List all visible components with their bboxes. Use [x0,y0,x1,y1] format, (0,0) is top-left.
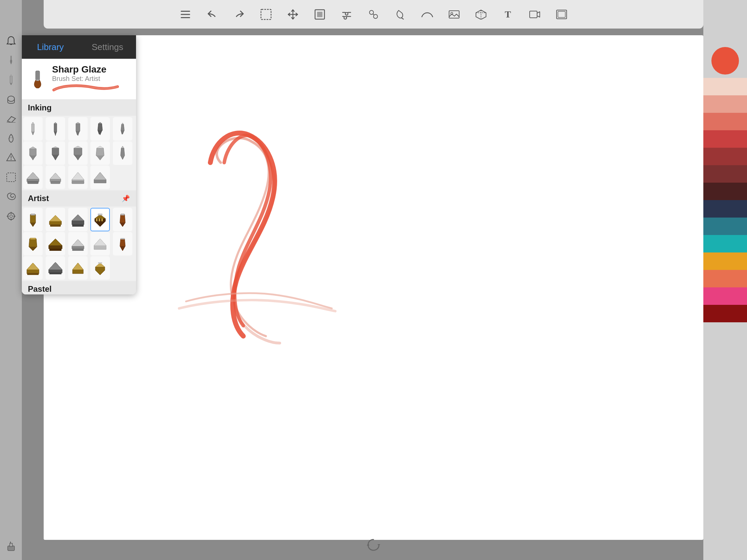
brush-item[interactable] [23,256,43,280]
brush-item[interactable] [68,256,88,280]
eraser-tool[interactable] [4,111,19,126]
brush-item[interactable] [23,165,43,189]
curve-button[interactable] [418,6,436,23]
brush-set-label: Brush Set: Artist [52,75,119,83]
svg-rect-9 [449,11,459,18]
brush-item[interactable] [46,141,65,165]
color-swatch-2[interactable] [703,95,747,113]
brush-item[interactable] [46,117,65,141]
transform-button[interactable] [311,6,329,23]
svg-rect-44 [98,262,102,264]
video-button[interactable] [526,6,543,23]
color-swatch-6[interactable] [703,165,747,183]
brush-item[interactable] [68,117,88,141]
brush-item[interactable] [91,117,110,141]
adjustments-tool[interactable] [4,151,19,165]
paintbrush-tool[interactable] [4,53,19,68]
color-swatch-14[interactable] [703,305,747,322]
canvas-area[interactable] [44,35,703,540]
3d-button[interactable] [472,6,490,23]
brush-item[interactable] [23,117,43,141]
section-header-pastel: Pastel [22,281,136,294]
svg-rect-41 [121,238,125,239]
redo-button[interactable] [230,6,248,23]
color-swatch-7[interactable] [703,183,747,200]
svg-rect-37 [121,214,124,215]
brush-grid-container[interactable]: Inking [22,100,136,294]
svg-rect-5 [317,12,323,17]
brush-item[interactable] [68,232,88,256]
color-swatch-13[interactable] [703,287,747,305]
brush-item[interactable] [68,208,88,231]
undo-button[interactable] [204,6,221,23]
svg-rect-1 [181,14,190,15]
brush-header: Sharp Glaze Brush Set: Artist [22,59,136,100]
brush-icon [29,70,47,88]
canvas-button[interactable] [553,6,570,23]
pencil-tool[interactable] [4,73,19,87]
select-button[interactable] [257,6,275,23]
brush-item-selected[interactable] [91,208,110,231]
brush-item[interactable] [46,208,65,231]
svg-rect-34 [50,224,61,226]
color-swatch-11[interactable] [703,252,747,270]
brush-item[interactable] [23,141,43,165]
clone-button[interactable] [365,6,382,23]
pin-icon[interactable]: 📌 [122,194,130,203]
svg-rect-40 [72,249,84,251]
smudge-tool[interactable] [4,131,19,146]
brush-item[interactable] [46,165,65,189]
svg-point-18 [10,159,11,160]
menu-button[interactable] [177,6,194,23]
brush-item[interactable] [23,232,43,256]
svg-rect-32 [72,182,84,184]
move-button[interactable] [284,6,302,23]
brush-item[interactable] [91,141,110,165]
brush-item[interactable] [46,232,65,256]
color-swatch-8[interactable] [703,200,747,218]
brush-item[interactable] [113,208,132,231]
brush-item[interactable] [113,232,132,256]
selection-tool[interactable] [4,170,19,185]
sync-button[interactable] [362,533,385,557]
brush-item[interactable] [91,165,110,189]
svg-rect-39 [49,249,61,251]
svg-point-21 [10,215,12,218]
color-swatch-9[interactable] [703,218,747,235]
active-color-swatch[interactable] [712,47,739,75]
lasso-tool[interactable] [4,189,19,204]
color-swatch-5[interactable] [703,148,747,165]
notification-tool[interactable] [4,33,19,48]
svg-rect-38 [30,238,35,239]
svg-rect-13 [558,11,565,18]
tab-settings[interactable]: Settings [79,35,136,59]
brush-item[interactable] [91,232,110,256]
brush-item[interactable] [46,256,65,280]
svg-rect-35 [72,224,84,226]
color-swatch-3[interactable] [703,113,747,130]
adjust-button[interactable] [338,6,355,23]
text-button[interactable]: T [499,6,517,23]
svg-rect-30 [28,182,38,184]
color-swatch-4[interactable] [703,130,747,148]
brush-item[interactable] [91,256,110,280]
svg-rect-43 [49,272,61,274]
section-name-artist: Artist [28,194,49,203]
spray-tool[interactable] [4,538,19,553]
svg-rect-28 [35,71,40,80]
tab-library[interactable]: Library [22,35,79,59]
brush-item[interactable] [68,141,88,165]
brush-item[interactable] [113,141,132,165]
fill-button[interactable] [392,6,409,23]
brush-name: Sharp Glaze [52,64,119,75]
paint-bucket-tool[interactable] [4,92,19,107]
color-swatch-10[interactable] [703,235,747,252]
right-color-panel [703,0,747,560]
brush-item[interactable] [23,208,43,231]
add-image-button[interactable] [445,6,463,23]
color-swatch-12[interactable] [703,270,747,287]
brush-item[interactable] [68,165,88,189]
brush-item[interactable] [113,117,132,141]
color-swatch-1[interactable] [703,78,747,95]
transform-tool[interactable] [4,209,19,223]
